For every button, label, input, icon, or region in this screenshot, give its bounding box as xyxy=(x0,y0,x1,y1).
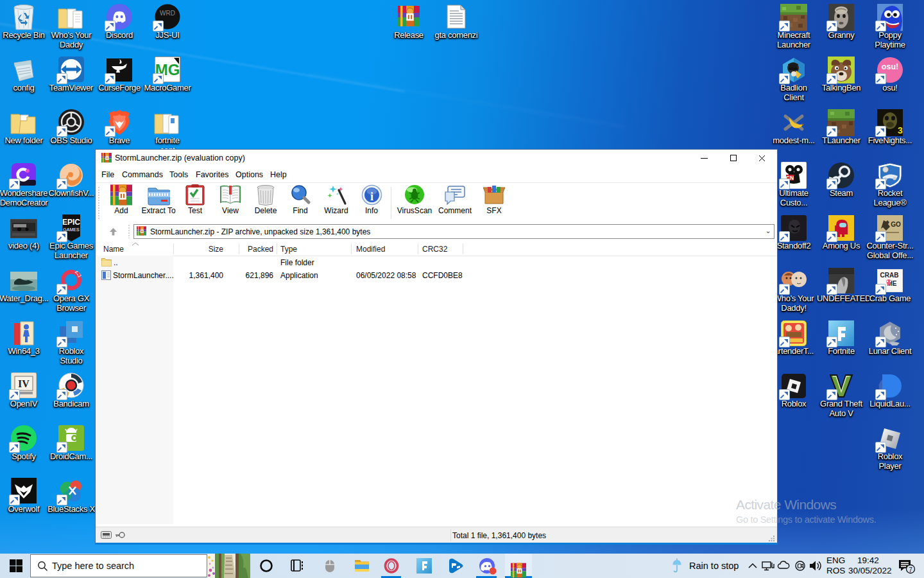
svg-text:WRD: WRD xyxy=(160,10,175,17)
svg-text:7: 7 xyxy=(909,566,912,574)
svg-text:i: i xyxy=(370,190,373,203)
svg-text:GO: GO xyxy=(891,221,901,228)
svg-text:IV: IV xyxy=(18,378,30,389)
svg-text:EPIC: EPIC xyxy=(62,218,80,227)
svg-text:3: 3 xyxy=(898,125,903,136)
svg-text:CRAB: CRAB xyxy=(880,272,899,279)
svg-text:osu!: osu! xyxy=(882,62,898,71)
